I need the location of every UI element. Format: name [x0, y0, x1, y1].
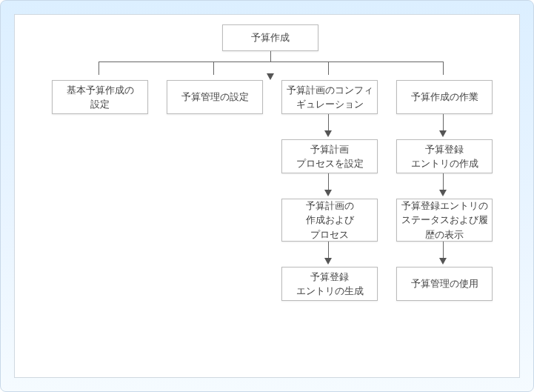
- node-plan-config: 予算計画のコンフィギュレーション: [281, 80, 378, 114]
- node-label: 予算計画の作成およびプロセス: [306, 199, 354, 242]
- arrow-down-icon: [439, 190, 447, 196]
- node-entry-status: 予算登録エントリのステータスおよび履歴の表示: [396, 199, 493, 242]
- connector: [443, 173, 444, 191]
- node-label: 予算計画のコンフィギュレーション: [285, 83, 374, 112]
- node-label: 予算登録エントリのステータスおよび履歴の表示: [400, 199, 489, 242]
- arrow-down-icon: [439, 130, 447, 137]
- arrow-down-icon: [324, 258, 332, 265]
- node-plan-process-set: 予算計画プロセスを設定: [281, 139, 378, 173]
- diagram-frame: 予算作成 基本予算作成の設定 予算管理の設定 予算計画のコンフィギュレーション …: [0, 0, 534, 392]
- diagram-canvas: 予算作成 基本予算作成の設定 予算管理の設定 予算計画のコンフィギュレーション …: [14, 14, 520, 378]
- node-label: 予算作成の作業: [411, 90, 478, 104]
- node-label: 予算管理の使用: [411, 276, 478, 291]
- connector: [213, 62, 214, 75]
- connector: [443, 62, 444, 75]
- arrow-down-icon: [324, 190, 332, 196]
- node-entry-create: 予算登録エントリの作成: [396, 139, 493, 173]
- node-root-label: 予算作成: [251, 30, 290, 45]
- node-plan-create-process: 予算計画の作成およびプロセス: [281, 199, 378, 242]
- connector: [443, 242, 444, 259]
- connector: [270, 51, 271, 62]
- connector: [328, 242, 329, 259]
- arrow-down-icon: [267, 73, 274, 80]
- node-label: 予算登録エントリの作成: [411, 142, 478, 171]
- node-tasks: 予算作成の作業: [396, 80, 493, 114]
- node-control-settings: 予算管理の設定: [167, 80, 263, 114]
- node-label: 予算計画プロセスを設定: [296, 142, 364, 171]
- connector: [328, 62, 329, 75]
- node-entry-generate: 予算登録エントリの生成: [281, 267, 378, 301]
- connector: [99, 62, 443, 62]
- node-control-use: 予算管理の使用: [396, 267, 493, 301]
- connector: [328, 173, 329, 191]
- node-label: 予算登録エントリの生成: [296, 270, 364, 299]
- node-basic-settings: 基本予算作成の設定: [52, 80, 148, 114]
- arrow-down-icon: [324, 130, 332, 137]
- node-root: 予算作成: [222, 24, 318, 51]
- connector: [443, 114, 444, 132]
- arrow-down-icon: [439, 258, 447, 265]
- node-label: 予算管理の設定: [181, 90, 249, 104]
- connector: [328, 114, 329, 132]
- node-label: 基本予算作成の設定: [67, 83, 134, 112]
- connector: [99, 62, 99, 75]
